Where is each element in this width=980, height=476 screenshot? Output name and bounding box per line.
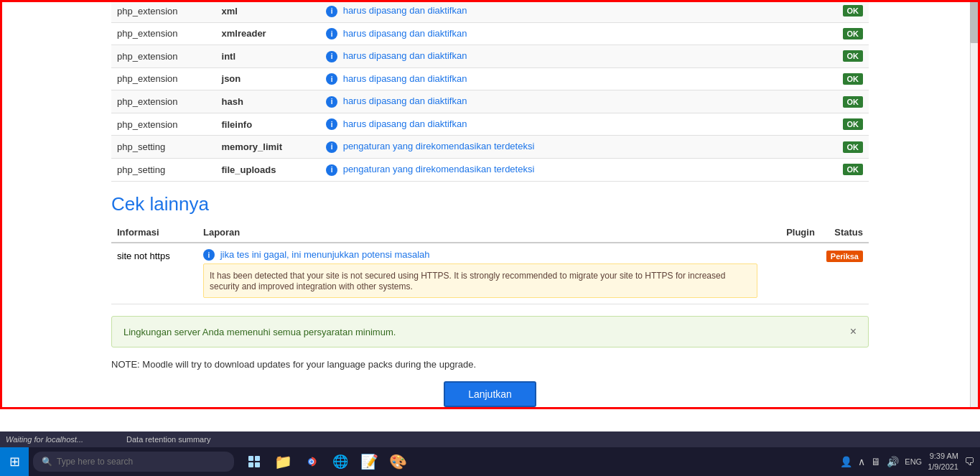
row-info: i harus dipasang dan diaktifkan	[320, 113, 755, 136]
alert-text: Lingkungan server Anda memenuhi semua pe…	[123, 327, 396, 337]
info-icon: i	[326, 51, 337, 62]
chrome-icon[interactable]	[299, 449, 325, 475]
other-checks-table: Informasi Laporan Plugin Status site not…	[111, 223, 869, 305]
check-info: site not https	[111, 243, 197, 304]
taskbar-right: 👤 ∧ 🖥 🔊 ENG 9:39 AM 1/9/2021 🗨	[840, 451, 980, 473]
check-plugin	[763, 243, 821, 304]
info-icon: i	[326, 96, 337, 108]
row-status: OK	[825, 0, 869, 22]
row-info: i harus dipasang dan diaktifkan	[320, 90, 755, 113]
taskbar: ⊞ 🔍 📁 🌐 📝 🎨 👤 ∧	[0, 447, 980, 476]
table-row: php_setting file_uploads i pengaturan ya…	[111, 158, 869, 181]
info-icon: i	[326, 6, 337, 17]
info-link[interactable]: pengaturan yang direkomendasikan terdete…	[343, 141, 535, 151]
task-view-icon[interactable]	[241, 449, 267, 475]
table-row: site not https i jika tes ini gagal, ini…	[111, 243, 869, 304]
statusbar-center: Data retention summary	[126, 435, 210, 444]
row-status: OK	[825, 22, 869, 45]
table-row: php_extension intl i harus dipasang dan …	[111, 45, 869, 68]
statusbar: Waiting for localhost... Data retention …	[0, 431, 980, 447]
info-link[interactable]: pengaturan yang direkomendasikan terdete…	[343, 164, 535, 174]
col-plugin: Plugin	[763, 223, 821, 243]
note-text: NOTE: Moodle will try to download update…	[111, 359, 869, 370]
notifications-icon[interactable]: 🗨	[964, 456, 974, 467]
row-plugin	[755, 113, 825, 136]
row-name: fileinfo	[216, 113, 321, 136]
row-type: php_extension	[111, 0, 216, 22]
table-row: php_extension hash i harus dipasang dan …	[111, 90, 869, 113]
col-status: Status	[821, 223, 869, 243]
info-link[interactable]: harus dipasang dan diaktifkan	[343, 95, 467, 106]
warning-text: It has been detected that your site is n…	[210, 271, 725, 291]
row-info: i harus dipasang dan diaktifkan	[320, 45, 755, 68]
info-icon: i	[326, 73, 337, 85]
row-info: i harus dipasang dan diaktifkan	[320, 0, 755, 22]
row-type: php_extension	[111, 22, 216, 45]
info-icon: i	[326, 164, 337, 176]
row-plugin	[755, 0, 825, 22]
info-icon: i	[326, 118, 337, 130]
scrollbar-thumb[interactable]	[970, 0, 980, 43]
table-row: php_setting memory_limit i pengaturan ya…	[111, 136, 869, 159]
row-plugin	[755, 90, 825, 113]
row-name: xml	[216, 0, 321, 22]
svg-rect-0	[248, 456, 253, 461]
row-name: hash	[216, 90, 321, 113]
warning-box: It has been detected that your site is n…	[203, 263, 757, 298]
row-plugin	[755, 45, 825, 68]
table-row: php_extension xmlreader i harus dipasang…	[111, 22, 869, 45]
clock-date: 1/9/2021	[928, 462, 958, 472]
windows-icon: ⊞	[9, 454, 20, 470]
section-heading: Cek lainnya	[111, 193, 869, 215]
file-explorer-icon[interactable]: 📁	[270, 449, 296, 475]
row-info: i harus dipasang dan diaktifkan	[320, 67, 755, 90]
network-icon[interactable]: 🖥	[871, 456, 881, 467]
start-button[interactable]: ⊞	[0, 447, 29, 476]
close-alert-button[interactable]: ×	[850, 325, 857, 338]
row-plugin	[755, 158, 825, 181]
check-link[interactable]: jika tes ini gagal, ini menunjukkan pote…	[220, 249, 430, 260]
check-status: Periksa	[821, 243, 869, 304]
info-link[interactable]: harus dipasang dan diaktifkan	[343, 73, 467, 84]
row-status: OK	[825, 158, 869, 181]
row-name: memory_limit	[216, 136, 321, 159]
sticky-notes-icon[interactable]: 📝	[356, 449, 382, 475]
row-status: OK	[825, 90, 869, 113]
row-info: i pengaturan yang direkomendasikan terde…	[320, 136, 755, 159]
info-link[interactable]: harus dipasang dan diaktifkan	[343, 5, 467, 16]
info-link[interactable]: harus dipasang dan diaktifkan	[343, 50, 467, 61]
row-type: php_setting	[111, 158, 216, 181]
info-icon: i	[203, 249, 215, 261]
table-row: php_extension json i harus dipasang dan …	[111, 67, 869, 90]
svg-rect-2	[248, 462, 253, 467]
chevron-up-icon[interactable]: ∧	[858, 456, 865, 467]
col-info: Informasi	[111, 223, 197, 243]
row-type: php_extension	[111, 67, 216, 90]
info-link[interactable]: harus dipasang dan diaktifkan	[343, 118, 467, 129]
edge-icon[interactable]: 🌐	[327, 449, 353, 475]
row-name: file_uploads	[216, 158, 321, 181]
row-plugin	[755, 22, 825, 45]
info-icon: i	[326, 141, 337, 153]
check-laporan: i jika tes ini gagal, ini menunjukkan po…	[197, 243, 763, 304]
alert-green: Lingkungan server Anda memenuhi semua pe…	[111, 316, 869, 347]
scrollbar[interactable]	[970, 0, 980, 409]
search-input[interactable]	[57, 457, 225, 467]
row-type: php_extension	[111, 45, 216, 68]
row-plugin	[755, 136, 825, 159]
taskbar-search-box[interactable]: 🔍	[33, 452, 234, 472]
row-plugin	[755, 67, 825, 90]
requirements-table: php_extension xml i harus dipasang dan d…	[111, 0, 869, 182]
volume-icon[interactable]: 🔊	[887, 456, 899, 467]
row-status: OK	[825, 136, 869, 159]
person-icon[interactable]: 👤	[840, 456, 852, 467]
continue-button[interactable]: Lanjutkan	[444, 381, 536, 407]
svg-rect-3	[255, 462, 260, 467]
paint-icon[interactable]: 🎨	[385, 449, 411, 475]
info-link[interactable]: harus dipasang dan diaktifkan	[343, 28, 467, 39]
language-label: ENG	[905, 457, 922, 466]
row-type: php_extension	[111, 90, 216, 113]
search-icon: 🔍	[42, 457, 52, 467]
row-info: i harus dipasang dan diaktifkan	[320, 22, 755, 45]
row-name: json	[216, 67, 321, 90]
